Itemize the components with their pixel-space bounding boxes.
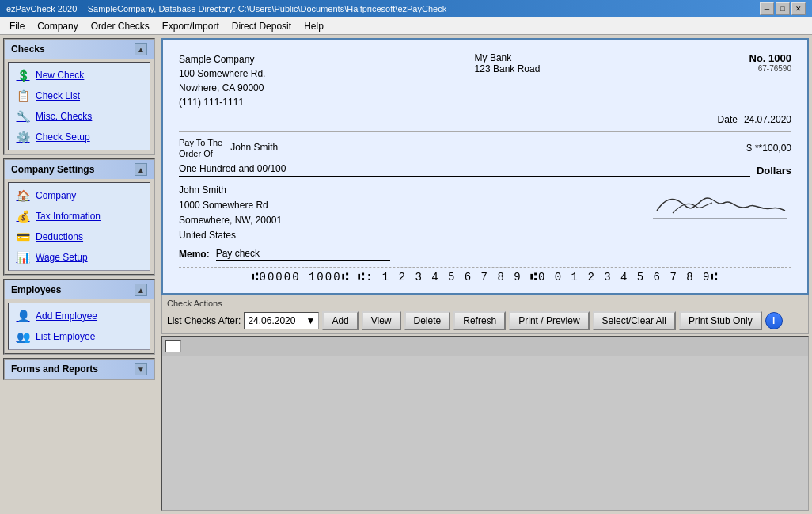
menu-direct-deposit[interactable]: Direct Deposit bbox=[226, 19, 298, 33]
pay-to-label: Pay To TheOrder Of bbox=[179, 137, 222, 160]
app-title: ezPayCheck 2020 -- SampleCompany, Databa… bbox=[6, 4, 446, 13]
date-filter-value: 24.06.2020 bbox=[248, 315, 295, 326]
wage-icon: 📊 bbox=[15, 249, 31, 265]
add-button[interactable]: Add bbox=[322, 311, 358, 330]
list-icon: 📋 bbox=[15, 88, 31, 104]
date-dropdown-icon: ▼ bbox=[305, 315, 315, 326]
signature-area bbox=[649, 183, 791, 223]
sidebar-add-employee-label: Add Employee bbox=[36, 310, 97, 322]
tax-icon: 💰 bbox=[15, 208, 31, 224]
menu-company[interactable]: Company bbox=[31, 19, 84, 33]
sidebar-item-new-check[interactable]: 💲 New Check bbox=[12, 66, 146, 85]
sidebar-section-forms-header: Forms and Reports ▼ bbox=[5, 360, 154, 379]
refresh-button[interactable]: Refresh bbox=[453, 311, 506, 330]
sidebar-employees-collapse[interactable]: ▲ bbox=[135, 284, 147, 296]
print-stub-only-button[interactable]: Print Stub Only bbox=[679, 311, 762, 330]
sidebar-item-list-employee[interactable]: 👥 List Employee bbox=[12, 327, 146, 346]
sidebar-item-deductions[interactable]: 💳 Deductions bbox=[12, 227, 146, 246]
sidebar-section-employees: Employees ▲ 👤 Add Employee 👥 List Employ… bbox=[3, 279, 155, 355]
sidebar-section-employees-header: Employees ▲ bbox=[5, 280, 154, 299]
sidebar-tax-info-label: Tax Information bbox=[36, 211, 101, 222]
check-date-row: Date 24.07.2020 bbox=[179, 114, 791, 125]
sidebar-section-company-settings: Company Settings ▲ 🏠 Company 💰 Tax Infor… bbox=[3, 158, 155, 276]
check-top-row: Sample Company 100 Somewhere Rd. Nowhere… bbox=[179, 52, 791, 109]
check-middle: John Smith 1000 Somewhere Rd Somewhere, … bbox=[179, 183, 791, 244]
bank-name: My Bank bbox=[475, 52, 541, 63]
dollar-sign: $ bbox=[746, 143, 752, 154]
sidebar-list-employee-label: List Employee bbox=[36, 331, 95, 342]
check-display: Sample Company 100 Somewhere Rd. Nowhere… bbox=[161, 38, 809, 295]
bank-address: 123 Bank Road bbox=[475, 63, 541, 74]
payee-addr2: 1000 Somewhere Rd bbox=[179, 198, 282, 213]
payee-address: John Smith 1000 Somewhere Rd Somewhere, … bbox=[179, 183, 282, 244]
menu-export-import[interactable]: Export/Import bbox=[156, 19, 226, 33]
memo-label: Memo: bbox=[179, 249, 210, 260]
list-employee-icon: 👥 bbox=[15, 329, 31, 345]
sidebar-item-check-list[interactable]: 📋 Check List bbox=[12, 86, 146, 105]
sidebar-company-collapse[interactable]: ▲ bbox=[135, 163, 147, 176]
payee-name: John Smith bbox=[227, 142, 742, 154]
amount-words: One Hundred and 00/100 bbox=[179, 163, 750, 177]
sidebar-item-company[interactable]: 🏠 Company bbox=[12, 186, 146, 205]
title-bar-title: ezPayCheck 2020 -- SampleCompany, Databa… bbox=[6, 4, 446, 13]
title-bar: ezPayCheck 2020 -- SampleCompany, Databa… bbox=[0, 0, 812, 17]
sidebar-item-tax-information[interactable]: 💰 Tax Information bbox=[12, 207, 146, 226]
maximize-button[interactable]: □ bbox=[776, 2, 790, 15]
info-button[interactable]: i bbox=[765, 312, 783, 329]
sidebar-forms-collapse[interactable]: ▼ bbox=[135, 363, 147, 375]
sidebar-item-misc-checks[interactable]: 🔧 Misc. Checks bbox=[12, 107, 146, 126]
print-preview-button[interactable]: Print / Preview bbox=[509, 311, 589, 330]
dollars-label: Dollars bbox=[757, 165, 791, 177]
date-filter-label: List Checks After: bbox=[167, 315, 241, 326]
date-filter-input[interactable]: 24.06.2020 ▼ bbox=[244, 312, 319, 329]
sidebar-check-setup-label: Check Setup bbox=[36, 131, 90, 143]
sidebar-company-body: 🏠 Company 💰 Tax Information 💳 Deductions… bbox=[8, 182, 150, 271]
check-list-body bbox=[162, 356, 808, 510]
sidebar-item-check-setup[interactable]: ⚙️ Check Setup bbox=[12, 128, 146, 147]
payee-addr4: United States bbox=[179, 228, 282, 243]
sidebar-checks-collapse[interactable]: ▲ bbox=[135, 43, 147, 55]
sidebar-deductions-label: Deductions bbox=[36, 231, 83, 242]
check-number: No. 1000 bbox=[749, 52, 791, 64]
company-address1: 100 Somewhere Rd. bbox=[179, 67, 265, 81]
check-list-area bbox=[161, 336, 809, 511]
deductions-icon: 💳 bbox=[15, 229, 31, 245]
menu-help[interactable]: Help bbox=[298, 19, 330, 33]
wrench-icon: 🔧 bbox=[15, 109, 31, 124]
company-address2: Nowhere, CA 90000 bbox=[179, 81, 265, 95]
memo-row: Memo: Pay check bbox=[179, 248, 791, 261]
sidebar: Checks ▲ 💲 New Check 📋 Check List 🔧 Misc… bbox=[0, 35, 158, 514]
sidebar-section-checks: Checks ▲ 💲 New Check 📋 Check List 🔧 Misc… bbox=[3, 38, 155, 155]
signature bbox=[649, 183, 791, 223]
view-button[interactable]: View bbox=[362, 311, 401, 330]
sidebar-section-forms-reports: Forms and Reports ▼ bbox=[3, 358, 155, 380]
close-button[interactable]: ✕ bbox=[791, 2, 806, 15]
check-number-area: No. 1000 67-76590 bbox=[749, 52, 791, 73]
micr-line: ⑆00000 1000⑆ ⑆: 1 2 3 4 5 6 7 8 9 ⑆0 0 1… bbox=[179, 267, 791, 284]
sidebar-wage-setup-label: Wage Setup bbox=[36, 252, 88, 263]
check-amount-area: $ **100,00 bbox=[746, 143, 791, 154]
sidebar-item-add-employee[interactable]: 👤 Add Employee bbox=[12, 306, 146, 326]
menu-file[interactable]: File bbox=[3, 19, 31, 33]
payee-addr1: John Smith bbox=[179, 183, 282, 198]
company-address: Sample Company 100 Somewhere Rd. Nowhere… bbox=[179, 52, 265, 109]
sidebar-item-wage-setup[interactable]: 📊 Wage Setup bbox=[12, 248, 146, 267]
sidebar-check-list-label: Check List bbox=[36, 90, 80, 101]
sidebar-employees-body: 👤 Add Employee 👥 List Employee bbox=[8, 303, 150, 350]
sidebar-forms-reports-label: Forms and Reports bbox=[11, 364, 98, 375]
sidebar-company-label: Company bbox=[36, 190, 76, 201]
payee-addr3: Somewhere, NW, 20001 bbox=[179, 213, 282, 228]
main-layout: Checks ▲ 💲 New Check 📋 Check List 🔧 Misc… bbox=[0, 35, 812, 514]
check-date-value: 24.07.2020 bbox=[744, 114, 791, 125]
gear-icon: ⚙️ bbox=[15, 129, 31, 145]
title-bar-controls: ─ □ ✕ bbox=[760, 2, 806, 15]
menu-order-checks[interactable]: Order Checks bbox=[85, 19, 156, 33]
select-clear-all-button[interactable]: Select/Clear All bbox=[593, 311, 676, 330]
delete-button[interactable]: Delete bbox=[404, 311, 451, 330]
minimize-button[interactable]: ─ bbox=[760, 2, 774, 15]
check-list-select-checkbox[interactable] bbox=[165, 340, 181, 352]
check-list-header bbox=[162, 337, 808, 356]
date-label: Date bbox=[718, 114, 738, 125]
check-actions-row: List Checks After: 24.06.2020 ▼ Add View… bbox=[167, 311, 803, 330]
sidebar-employees-label: Employees bbox=[11, 284, 61, 295]
